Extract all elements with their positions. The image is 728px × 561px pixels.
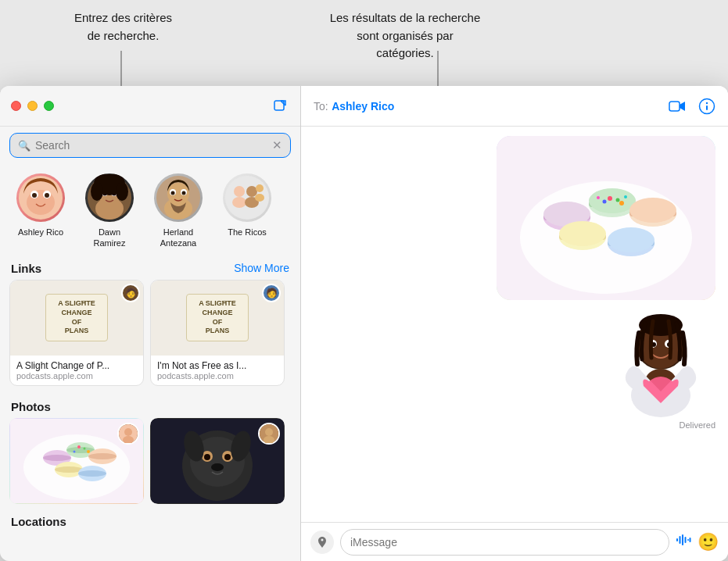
video-call-button[interactable]: [669, 100, 686, 113]
photos-title: Photos: [11, 400, 51, 413]
svg-rect-113: [685, 537, 687, 543]
photo-dog[interactable]: [150, 418, 285, 504]
svg-point-19: [95, 198, 124, 220]
chat-recipient: To: Ashley Rico: [314, 99, 394, 113]
chat-image-display: [497, 136, 715, 300]
svg-point-40: [255, 194, 264, 202]
contacts-row: Ashley Rico: [0, 164, 300, 255]
contact-herland-antezana[interactable]: HerlandAntezana: [144, 173, 213, 249]
svg-point-55: [74, 450, 76, 452]
link-card-2[interactable]: A SLIGĦTECHANGEOFPLANS 🧑 I'm Not as Free…: [150, 280, 285, 386]
svg-point-44: [43, 455, 71, 461]
svg-point-97: [619, 201, 624, 205]
memoji-sticker: [606, 309, 715, 419]
contact-name-herland: HerlandAntezana: [160, 227, 196, 249]
svg-point-99: [624, 195, 627, 198]
svg-point-35: [234, 186, 245, 197]
svg-rect-76: [706, 105, 708, 110]
svg-point-53: [77, 445, 81, 448]
svg-point-66: [224, 454, 231, 460]
svg-rect-110: [676, 538, 678, 541]
avatar-herland: [154, 173, 203, 222]
titlebar: [0, 86, 300, 127]
chat-input-bar: 🙂: [301, 522, 728, 561]
annotation-right: Les résultats de la recherche sont organ…: [327, 9, 483, 63]
main-window: 🔍 ✕: [0, 86, 728, 561]
podcast-avatar-1: 🧑: [121, 284, 140, 302]
show-more-links-button[interactable]: Show More: [234, 262, 289, 274]
maximize-button[interactable]: [44, 101, 54, 111]
svg-point-26: [116, 182, 128, 201]
svg-point-95: [616, 198, 620, 202]
svg-point-33: [182, 191, 186, 195]
svg-point-58: [124, 428, 132, 436]
podcast-avatar-2: 🧑: [262, 284, 281, 302]
link-card-1[interactable]: A SLIGĦTECHANGEOFPLANS 🧑 A Slight Change…: [9, 280, 144, 386]
minimize-button[interactable]: [27, 101, 38, 111]
svg-point-94: [608, 196, 612, 201]
link-domain-2: podcasts.apple.com: [157, 371, 278, 381]
chat-panel: To: Ashley Rico: [301, 86, 728, 561]
svg-point-37: [246, 186, 257, 197]
annotation-left: Entrez des critères de recherche.: [74, 9, 172, 45]
svg-rect-114: [687, 539, 689, 541]
search-container: 🔍 ✕: [0, 127, 300, 164]
svg-point-32: [171, 191, 175, 195]
sidebar: 🔍 ✕: [0, 86, 301, 561]
svg-point-84: [589, 188, 636, 213]
link-info-1: A Slight Change of P... podcasts.apple.c…: [10, 356, 143, 385]
audio-button[interactable]: [676, 532, 691, 552]
svg-rect-115: [690, 538, 691, 542]
svg-point-15: [32, 193, 37, 198]
search-input[interactable]: [35, 139, 267, 152]
chat-image-macarons: [497, 136, 715, 300]
compose-button[interactable]: [271, 97, 289, 116]
photo-macarons[interactable]: [9, 418, 144, 504]
contact-dawn-ramirez[interactable]: DawnRamirez: [75, 173, 144, 249]
photo-avatar-overlay-2: [258, 423, 280, 445]
contact-name-ricos: The Ricos: [228, 227, 267, 238]
svg-point-48: [88, 453, 117, 459]
link-thumbnail-2: A SLIGĦTECHANGEOFPLANS 🧑: [151, 280, 284, 356]
svg-point-71: [265, 428, 273, 436]
contact-name-ashley: Ashley Rico: [18, 227, 63, 238]
link-thumbnail-1: A SLIGĦTECHANGEOFPLANS 🧑: [10, 280, 143, 356]
search-bar: 🔍 ✕: [9, 133, 291, 158]
traffic-lights: [11, 101, 54, 111]
chat-contact-name: Ashley Rico: [332, 100, 394, 113]
svg-point-90: [559, 221, 606, 246]
svg-rect-111: [680, 536, 681, 544]
podcast-note-1: A SLIGĦTECHANGEOFPLANS: [45, 294, 108, 341]
link-domain-1: podcasts.apple.com: [16, 371, 137, 381]
apple-button[interactable]: [310, 531, 334, 554]
svg-point-25: [91, 182, 103, 201]
clear-search-button[interactable]: ✕: [272, 138, 282, 152]
svg-point-65: [204, 454, 210, 460]
avatar-ashley: [16, 173, 65, 222]
links-section-header: Links Show More: [0, 255, 300, 280]
photos-section-header: Photos: [0, 394, 300, 418]
svg-point-16: [45, 193, 49, 198]
links-grid: A SLIGĦTECHANGEOFPLANS 🧑 A Slight Change…: [0, 280, 300, 394]
svg-point-87: [629, 198, 676, 223]
svg-point-67: [211, 463, 224, 471]
chat-header: To: Ashley Rico: [301, 86, 728, 127]
to-label: To:: [314, 100, 328, 113]
contact-name-dawn: DawnRamirez: [94, 227, 126, 249]
photos-grid: [0, 418, 300, 512]
svg-point-96: [603, 200, 607, 204]
svg-point-39: [256, 184, 264, 192]
contact-the-ricos[interactable]: The Ricos: [213, 173, 282, 249]
svg-rect-73: [669, 102, 680, 111]
svg-point-109: [321, 538, 324, 541]
info-button[interactable]: [698, 98, 715, 115]
imessage-input[interactable]: [340, 529, 669, 556]
photo-avatar-overlay-1: [117, 423, 139, 445]
emoji-button[interactable]: 🙂: [698, 532, 719, 552]
contact-ashley-rico[interactable]: Ashley Rico: [6, 173, 75, 249]
close-button[interactable]: [11, 101, 21, 111]
podcast-note-2: A SLIGĦTECHANGEOFPLANS: [186, 294, 249, 341]
avatar-ricos: [223, 173, 271, 222]
svg-point-93: [608, 227, 654, 252]
link-title-2: I'm Not as Free as I...: [157, 360, 278, 371]
